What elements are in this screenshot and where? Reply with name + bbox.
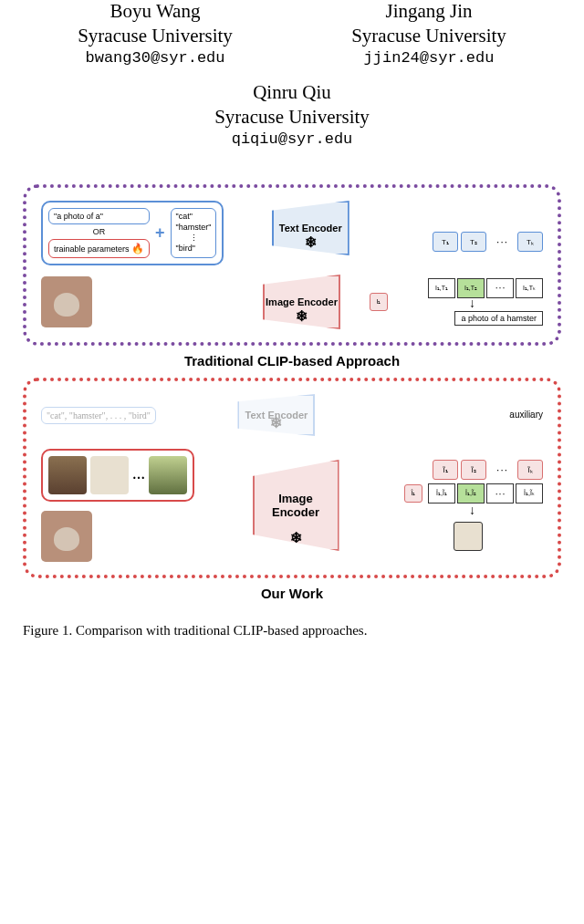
- similarity-cell: Î₁,Ĩₖ: [516, 483, 543, 504]
- panel-label-top: Traditional CLIP-based Approach: [23, 353, 561, 369]
- prompt-template: "a photo of a": [48, 208, 150, 224]
- text-encoder: Text Encoder ❄: [272, 201, 349, 255]
- input-image-hamster: [41, 511, 92, 562]
- ellipsis-icon: · · ·: [489, 232, 515, 252]
- class-list-faded: "cat", "hamster", . . . , "bird": [41, 407, 156, 424]
- image-token: I₁: [370, 293, 388, 311]
- ref-image-token: Ĩ₁: [433, 460, 458, 480]
- author-email: jjin24@syr.edu: [351, 49, 506, 67]
- author-affiliation: Syracuse University: [78, 25, 233, 47]
- trainable-params: trainable parameters 🔥: [48, 239, 150, 258]
- result-image-hamster: [454, 522, 483, 551]
- arrow-down-icon: ↓: [469, 507, 475, 514]
- author-block-2: Jingang Jin Syracuse University jjin24@s…: [351, 0, 506, 67]
- text-token: T₂: [461, 232, 486, 252]
- ref-image-token: Ĩₖ: [517, 460, 543, 480]
- ellipsis-icon: · · ·: [489, 460, 515, 480]
- image-encoder: Image Encoder ❄: [263, 275, 340, 329]
- panel-our-work: "cat", "hamster", . . . , "bird" Text En…: [23, 378, 561, 578]
- author-email: qiqiu@syr.edu: [0, 130, 584, 148]
- ellipsis-icon: …: [132, 468, 145, 483]
- panel-label-bottom: Our Work: [23, 586, 561, 601]
- result-text: a photo of a hamster: [454, 311, 543, 326]
- image-encoder-big: Image Encoder ❄: [253, 460, 339, 551]
- prompt-box: "a photo of a" OR trainable parameters 🔥…: [41, 201, 224, 265]
- similarity-cell: I₁,Tₖ: [516, 278, 543, 298]
- author-affiliation: Syracuse University: [351, 25, 506, 47]
- similarity-cell-highlight: Î₁,Ĩ₂: [457, 483, 485, 504]
- author-name: Qinru Qiu: [0, 81, 584, 104]
- similarity-row: I₁,T₁ I₁,T₂ · · · I₁,Tₖ: [428, 278, 543, 298]
- author-name: Jingang Jin: [351, 0, 506, 23]
- query-image-token: Î₁: [404, 484, 422, 503]
- ref-image-hamster: [90, 456, 129, 494]
- panel-traditional: "a photo of a" OR trainable parameters 🔥…: [23, 184, 561, 346]
- fire-icon: 🔥: [131, 243, 144, 254]
- ellipsis-icon: · · ·: [486, 483, 514, 504]
- ref-image-token: Ĩ₂: [461, 460, 486, 480]
- author-affiliation: Syracuse University: [0, 106, 584, 129]
- author-block-3: Qinru Qiu Syracuse University qiqiu@syr.…: [0, 81, 584, 148]
- or-text: OR: [48, 227, 150, 236]
- author-block-1: Boyu Wang Syracuse University bwang30@sy…: [78, 0, 233, 67]
- reference-image-set: …: [41, 449, 194, 502]
- text-output: T₁ T₂ · · · Tₖ: [397, 201, 543, 252]
- plus-icon: +: [153, 223, 167, 243]
- input-image-hamster: [41, 276, 92, 327]
- author-email: bwang30@syr.edu: [78, 49, 233, 67]
- class-list: "cat" "hamster" ⋮ "bird": [171, 208, 217, 258]
- snowflake-icon: ❄: [305, 234, 317, 251]
- text-encoder-faded: Text Encoder ❄: [237, 394, 315, 436]
- similarity-cell: I₁,T₁: [428, 278, 455, 298]
- text-token: T₁: [433, 232, 458, 252]
- similarity-row: Î₁,Ĩ₁ Î₁,Ĩ₂ · · · Î₁,Ĩₖ: [428, 483, 543, 504]
- ref-image-cat: [48, 456, 87, 494]
- snowflake-icon: ❄: [290, 529, 302, 546]
- figure-caption: Figure 1. Comparison with traditional CL…: [0, 610, 584, 640]
- ellipsis-icon: · · ·: [486, 278, 514, 298]
- snowflake-icon: ❄: [296, 307, 308, 325]
- snowflake-icon: ❄: [270, 414, 282, 431]
- figure-1: "a photo of a" OR trainable parameters 🔥…: [23, 184, 561, 601]
- similarity-cell: Î₁,Ĩ₁: [428, 483, 455, 504]
- author-name: Boyu Wang: [78, 0, 233, 23]
- text-token: Tₖ: [517, 232, 543, 252]
- arrow-down-icon: ↓: [469, 300, 475, 307]
- auxiliary-label: auxiliary: [509, 410, 543, 420]
- similarity-cell-highlight: I₁,T₂: [457, 278, 485, 298]
- ref-image-bird: [149, 456, 187, 494]
